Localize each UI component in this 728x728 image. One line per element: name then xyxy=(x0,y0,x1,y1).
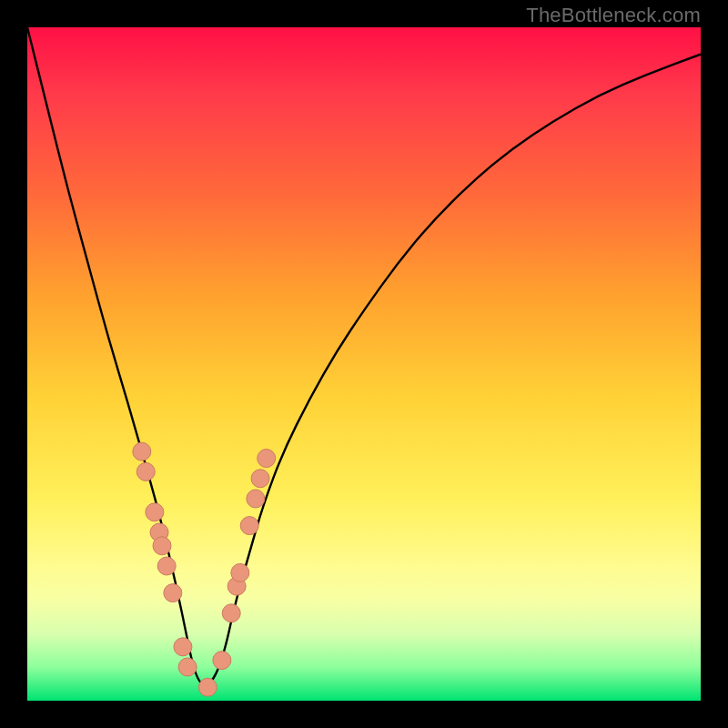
data-dot xyxy=(153,537,171,555)
chart-svg xyxy=(27,27,701,701)
data-dot xyxy=(136,462,155,480)
bottleneck-curve xyxy=(27,27,701,684)
data-dot xyxy=(178,658,197,676)
data-dot xyxy=(164,584,182,602)
data-dot xyxy=(240,517,258,535)
data-dot xyxy=(198,678,217,696)
data-dot xyxy=(133,442,151,460)
data-dot xyxy=(258,450,276,468)
data-dot xyxy=(247,490,265,508)
data-dot xyxy=(146,503,164,521)
data-dot xyxy=(222,604,240,622)
data-dot xyxy=(174,638,192,656)
data-dot xyxy=(251,470,269,488)
chart-frame: TheBottleneck.com xyxy=(0,0,728,728)
data-dot xyxy=(231,563,249,581)
data-dot xyxy=(213,652,231,670)
watermark-text: TheBottleneck.com xyxy=(526,4,701,27)
data-dot xyxy=(157,557,176,575)
plot-area xyxy=(27,27,701,701)
